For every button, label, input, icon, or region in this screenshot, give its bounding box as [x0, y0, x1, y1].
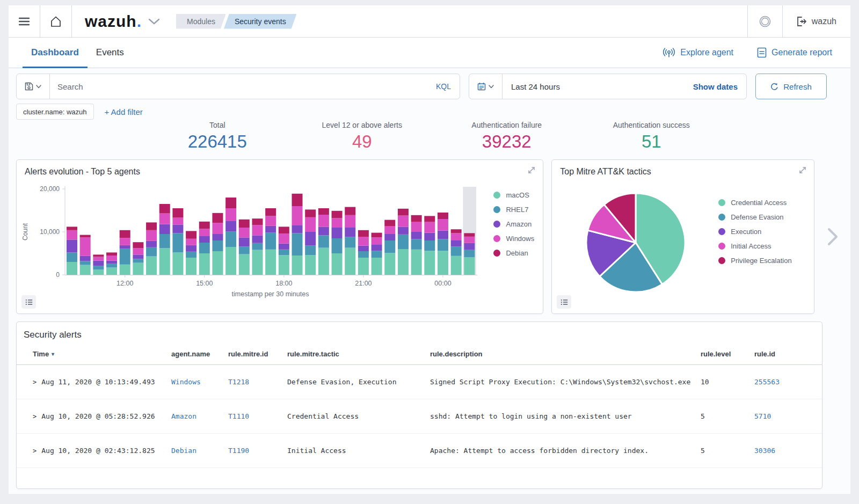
tab-events[interactable]: Events [88, 38, 133, 68]
home-icon [49, 15, 62, 28]
svg-text:00:00: 00:00 [434, 280, 451, 287]
mitre-tactics-pie-chart[interactable] [583, 190, 688, 295]
svg-text:0: 0 [56, 271, 60, 279]
svg-text:21:00: 21:00 [355, 280, 372, 287]
kql-toggle[interactable]: KQL [436, 82, 460, 91]
calendar-icon [477, 82, 486, 91]
legend-item[interactable]: Initial Access [718, 239, 791, 253]
rule-description-value: Apache: Attempt to access forbidden dire… [430, 447, 701, 455]
time-range-value[interactable]: Last 24 hours [503, 82, 693, 91]
expand-panel-button[interactable] [527, 166, 536, 174]
column-header-time[interactable]: Time ▾ [33, 350, 171, 358]
tab-bar: Dashboard Events Explore agent [9, 38, 850, 68]
expand-panel-button[interactable] [798, 166, 807, 174]
svg-text:timestamp per 30 minutes: timestamp per 30 minutes [232, 290, 309, 298]
legend-item[interactable]: RHEL7 [493, 202, 534, 217]
tab-dashboard[interactable]: Dashboard [23, 38, 88, 68]
generate-report-label: Generate report [771, 48, 832, 57]
breadcrumb-modules[interactable]: Modules [176, 14, 226, 29]
explore-agent-button[interactable]: Explore agent [663, 47, 733, 58]
time-cell: >Aug 11, 2020 @ 10:13:49.493 [33, 378, 171, 386]
expand-row-button[interactable]: > [33, 378, 37, 386]
legend-color-dot [493, 235, 500, 242]
menu-button[interactable] [9, 5, 40, 37]
expand-icon [798, 166, 807, 174]
chevron-right-icon [826, 226, 840, 247]
legend-color-dot [718, 199, 725, 206]
user-name: wazuh [812, 17, 836, 26]
alerts-evolution-bar-chart[interactable]: 010,00020,000Count12:0015:0018:0021:0000… [20, 184, 492, 300]
next-panels-button[interactable] [822, 159, 843, 314]
column-header-rule-description[interactable]: rule.description [430, 350, 701, 358]
table-row: >Aug 11, 2020 @ 10:13:49.493WindowsT1218… [17, 365, 822, 399]
filter-pill-cluster-name[interactable]: cluster.name: wazuh [16, 104, 94, 120]
legend-item[interactable]: Windows [493, 231, 534, 246]
legend-label: macOS [506, 191, 529, 199]
logo-text: wazuh [85, 12, 137, 30]
expand-row-button[interactable]: > [33, 447, 37, 455]
rule-mitre-id-link[interactable]: T1218 [228, 378, 287, 386]
stat-label: Level 12 or above alerts [290, 121, 435, 129]
explore-agent-label: Explore agent [680, 48, 733, 57]
legend-toggle-button[interactable] [557, 295, 571, 309]
legend-item[interactable]: Amazon [493, 217, 534, 231]
rule-id-link[interactable]: 30306 [754, 447, 813, 455]
legend-color-dot [493, 206, 500, 213]
rule-id-link[interactable]: 255563 [754, 378, 813, 386]
generate-report-button[interactable]: Generate report [757, 47, 832, 58]
app-switcher-button[interactable] [148, 18, 160, 25]
home-button[interactable] [40, 5, 71, 37]
stat-label: Authentication success [579, 121, 724, 129]
date-picker: Last 24 hours Show dates [469, 74, 747, 99]
wazuh-logo[interactable]: wazuh. [72, 5, 160, 37]
agent-name-link[interactable]: Debian [171, 447, 228, 455]
legend-item[interactable]: Execution [718, 224, 791, 239]
filter-bar: cluster.name: wazuh + Add filter [16, 104, 843, 120]
expand-row-button[interactable]: > [33, 413, 37, 420]
column-label: Time [33, 350, 49, 358]
rule-mitre-id-link[interactable]: T1190 [228, 447, 287, 455]
refresh-button[interactable]: Refresh [755, 74, 827, 99]
legend-item[interactable]: Defense Evasion [718, 210, 791, 224]
agent-name-link[interactable]: Windows [171, 378, 228, 386]
column-header-rule-mitre-id[interactable]: rule.mitre.id [228, 350, 287, 358]
column-header-agent-name[interactable]: agent.name [171, 350, 228, 358]
table-row: >Aug 10, 2020 @ 02:43:12.825DebianT1190I… [17, 434, 822, 468]
calendar-menu-button[interactable] [469, 74, 503, 99]
logout-icon [797, 17, 807, 26]
legend-toggle-button[interactable] [21, 295, 36, 309]
agent-name-link[interactable]: Amazon [171, 412, 228, 420]
legend-item[interactable]: macOS [493, 188, 534, 202]
app-status-button[interactable] [748, 5, 782, 37]
column-header-rule-mitre-tactic[interactable]: rule.mitre.tactic [287, 350, 430, 358]
breadcrumb: Modules Security events [176, 5, 297, 37]
svg-text:10,000: 10,000 [40, 228, 60, 236]
saved-query-button[interactable] [17, 74, 50, 99]
column-header-rule-id[interactable]: rule.id [754, 350, 813, 358]
search-input[interactable] [50, 82, 436, 91]
list-icon [560, 299, 568, 305]
ring-icon [759, 15, 771, 28]
rule-mitre-id-link[interactable]: T1110 [228, 412, 287, 420]
legend-item[interactable]: Privilege Escalation [718, 253, 791, 268]
show-dates-button[interactable]: Show dates [693, 82, 746, 91]
top-header: wazuh. Modules Security events [9, 5, 850, 38]
svg-text:12:00: 12:00 [117, 280, 133, 287]
legend-label: Credential Access [731, 199, 787, 207]
breadcrumb-security-events[interactable]: Security events [224, 14, 297, 29]
bar-chart-legend: macOSRHEL7AmazonWindowsDebian [493, 188, 534, 260]
svg-text:15:00: 15:00 [196, 280, 213, 287]
legend-label: Initial Access [731, 242, 771, 250]
legend-item[interactable]: Debian [493, 246, 534, 260]
stat-label: Total [145, 121, 290, 129]
security-alerts-panel: Security alerts Time ▾ agent.name rule.m… [16, 322, 822, 489]
refresh-icon [770, 83, 778, 91]
column-header-rule-level[interactable]: rule.level [701, 350, 754, 358]
rule-id-link[interactable]: 5710 [754, 412, 813, 420]
svg-text:20,000: 20,000 [40, 185, 60, 193]
legend-item[interactable]: Credential Access [718, 195, 791, 210]
legend-label: Privilege Escalation [731, 257, 791, 265]
logout-user-button[interactable]: wazuh [783, 5, 850, 37]
save-icon [25, 82, 33, 91]
add-filter-button[interactable]: + Add filter [105, 107, 143, 116]
